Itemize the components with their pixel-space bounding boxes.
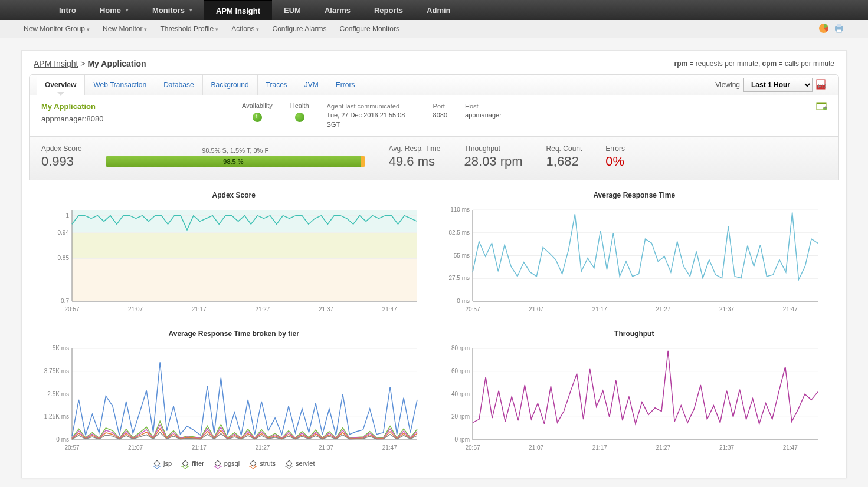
chart-svg: 0 ms1.25K ms2.5K ms3.75K ms5K ms20:5721:… — [40, 343, 423, 455]
svg-rect-73 — [251, 464, 256, 469]
sub-navigation: New Monitor Group▾New Monitor▾Threshold … — [0, 20, 868, 38]
legend-item-filter: filter — [181, 460, 204, 467]
svg-rect-69 — [183, 464, 188, 469]
topnav-item-monitors[interactable]: Monitors▾ — [140, 0, 204, 20]
subnav-item-configure-alarms[interactable]: Configure Alarms — [272, 25, 326, 33]
apdex-breakdown: 98.5% S, 1.5% T, 0% F — [106, 147, 365, 154]
chart-title: Average Response Time — [440, 191, 829, 199]
throughput-value: 28.03 rpm — [464, 154, 523, 169]
svg-text:2.5K ms: 2.5K ms — [47, 391, 69, 397]
print-icon[interactable] — [834, 23, 844, 35]
chevron-down-icon: ▾ — [215, 27, 218, 32]
throughput-label: Throughput — [464, 144, 523, 153]
svg-text:0.94: 0.94 — [58, 229, 70, 236]
svg-text:40 rpm: 40 rpm — [451, 391, 469, 397]
svg-text:5K ms: 5K ms — [53, 345, 69, 351]
tab-web-transaction[interactable]: Web Transaction — [85, 75, 155, 95]
subnav-item-new-monitor-group[interactable]: New Monitor Group▾ — [24, 25, 90, 33]
avg-resp-value: 49.6 ms — [389, 154, 441, 169]
svg-text:21:07: 21:07 — [529, 445, 543, 451]
topnav-item-intro[interactable]: Intro — [47, 0, 88, 20]
svg-text:0 ms: 0 ms — [457, 298, 470, 304]
agent-comm-time: Tue, 27 Dec 2016 21:55:08 SGT — [327, 111, 415, 129]
svg-text:80 rpm: 80 rpm — [451, 345, 469, 351]
tab-overview[interactable]: Overview — [37, 75, 85, 95]
svg-text:21:17: 21:17 — [192, 306, 207, 312]
topnav-item-reports[interactable]: Reports — [362, 0, 415, 20]
pdf-export-icon[interactable]: PDF — [816, 79, 826, 91]
chart-throughput: Throughput0 rpm20 rpm40 rpm60 rpm80 rpm2… — [440, 330, 829, 467]
breadcrumb: APM Insight > My Application — [34, 59, 146, 68]
breadcrumb-link[interactable]: APM Insight — [34, 59, 78, 68]
topnav-item-home[interactable]: Home▾ — [88, 0, 140, 20]
legend-item-servlet: servlet — [285, 460, 315, 467]
svg-rect-12 — [72, 233, 417, 259]
apdex-value: 0.993 — [41, 154, 82, 169]
errors-value: 0% — [605, 154, 625, 169]
time-range-select[interactable]: Last 1 Hour — [743, 78, 813, 92]
svg-rect-67 — [155, 464, 159, 469]
tab-background[interactable]: Background — [203, 75, 258, 95]
expand-icon[interactable]: + — [816, 104, 827, 112]
svg-text:21:17: 21:17 — [192, 445, 207, 451]
svg-text:21:07: 21:07 — [529, 306, 543, 312]
svg-text:21:17: 21:17 — [592, 445, 607, 451]
svg-text:0 ms: 0 ms — [56, 436, 69, 443]
svg-rect-3 — [837, 29, 841, 32]
req-count-value: 1,682 — [546, 154, 582, 169]
req-count-label: Req. Count — [546, 144, 582, 153]
svg-text:20:57: 20:57 — [64, 445, 79, 451]
subnav-item-configure-monitors[interactable]: Configure Monitors — [340, 25, 399, 33]
svg-text:21:37: 21:37 — [319, 445, 333, 451]
subnav-item-actions[interactable]: Actions▾ — [231, 25, 259, 33]
page-container: APM Insight > My Application rpm = reque… — [21, 50, 847, 478]
health-label: Health — [290, 102, 309, 109]
subnav-item-threshold-profile[interactable]: Threshold Profile▾ — [160, 25, 218, 33]
topnav-item-apm-insight[interactable]: APM Insight — [204, 0, 272, 20]
svg-text:21:27: 21:27 — [255, 306, 270, 312]
app-info-row: My Application appmanager:8080 Availabil… — [29, 95, 839, 137]
tab-errors[interactable]: Errors — [327, 75, 363, 95]
svg-text:20 rpm: 20 rpm — [451, 413, 469, 420]
tabs: OverviewWeb TransactionDatabaseBackgroun… — [29, 74, 839, 95]
chart-title: Average Response Time broken by tier — [40, 330, 428, 338]
svg-text:21:27: 21:27 — [656, 306, 670, 312]
tab-traces[interactable]: Traces — [258, 75, 296, 95]
topnav-item-eum[interactable]: EUM — [272, 0, 313, 20]
chart-pie-icon[interactable] — [818, 23, 829, 35]
svg-text:21:07: 21:07 — [128, 306, 143, 312]
legend-item-struts: struts — [249, 460, 276, 467]
topnav-item-admin[interactable]: Admin — [415, 0, 462, 20]
chart-title: Apdex Score — [40, 191, 428, 199]
svg-text:PDF: PDF — [818, 83, 826, 90]
svg-text:3.75K ms: 3.75K ms — [44, 368, 69, 374]
chevron-down-icon: ▾ — [256, 27, 259, 32]
units-legend: rpm = requests per minute, cpm = calls p… — [674, 60, 834, 68]
legend-item-jsp: jsp — [153, 460, 172, 467]
chart-legend: jspfilterpgsqlstrutsservlet — [40, 460, 428, 467]
chevron-down-icon: ▾ — [189, 7, 192, 13]
charts-grid: Apdex Score0.70.850.94120:5721:0721:1721… — [29, 180, 839, 478]
availability-label: Availability — [242, 102, 273, 109]
port-value: 8080 — [433, 111, 447, 120]
availability-status-icon — [253, 113, 262, 122]
health-status-icon — [295, 113, 304, 122]
svg-text:110 ms: 110 ms — [450, 206, 470, 213]
subnav-item-new-monitor[interactable]: New Monitor▾ — [103, 25, 147, 33]
svg-text:20:57: 20:57 — [64, 306, 79, 312]
chart-svg: 0 rpm20 rpm40 rpm60 rpm80 rpm20:5721:072… — [440, 343, 824, 455]
apdex-progress-bar: 98.5 % — [106, 156, 365, 167]
chart-tiers: Average Response Time broken by tier0 ms… — [40, 330, 428, 467]
topnav-item-alarms[interactable]: Alarms — [313, 0, 362, 20]
tab-jvm[interactable]: JVM — [296, 75, 327, 95]
tab-database[interactable]: Database — [155, 75, 202, 95]
svg-text:82.5 ms: 82.5 ms — [448, 229, 470, 236]
breadcrumb-current: My Application — [87, 59, 146, 68]
svg-text:21:47: 21:47 — [782, 445, 797, 451]
chart-apdex: Apdex Score0.70.850.94120:5721:0721:1721… — [40, 191, 428, 318]
svg-text:21:27: 21:27 — [656, 445, 670, 451]
hostname-value: appmanager — [465, 111, 502, 120]
svg-text:20:57: 20:57 — [465, 445, 480, 451]
svg-text:20:57: 20:57 — [465, 306, 480, 312]
avg-resp-label: Avg. Resp. Time — [389, 144, 441, 153]
